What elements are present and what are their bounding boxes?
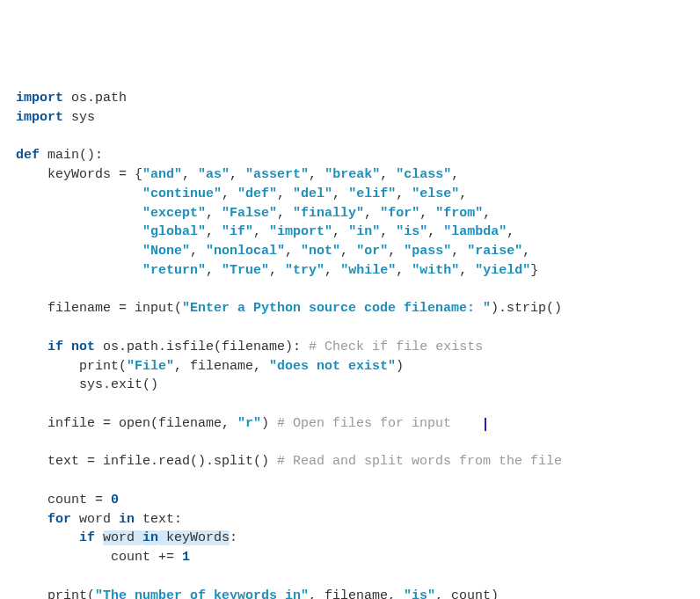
code-token: "lambda" [443,224,507,239]
code-token: "import" [269,224,332,239]
code-token: 0 [111,493,119,508]
code-token: not [71,340,95,354]
code-token: 1 [182,550,190,565]
code-token: # Check if file exists [309,340,483,354]
code-token: in [119,512,135,527]
code-token: "if" [222,224,253,239]
code-token: "does not exist" [269,359,396,374]
code-token: "continue" [142,186,222,201]
code-token: # Read and split words from the file [277,454,562,469]
code-token: "return" [142,263,206,278]
code-token: "nonlocal" [206,244,285,259]
code-token: "break" [324,167,380,182]
code-token: "elif" [348,186,396,201]
code-token: "finally" [293,206,364,221]
code-token: if [79,530,95,545]
code-token: "yield" [475,263,530,278]
code-token: def [16,148,40,163]
code-token: "True" [222,263,269,278]
code-token: for [47,512,71,527]
code-token: "or" [356,244,388,259]
code-token: "False" [222,206,277,221]
code-token: "except" [142,206,206,221]
code-token: "for" [380,206,419,221]
code-block: import os.path import sys def main(): ke… [16,89,684,599]
code-token: "is" [404,588,435,600]
code-token: "else" [412,186,459,201]
code-token: "raise" [467,244,522,259]
code-token: # Open files for input [277,416,451,431]
code-token: "del" [293,186,332,201]
code-token: "try" [285,263,324,278]
code-token: import [16,91,63,106]
code-token: "is" [396,224,427,239]
code-token: "class" [396,167,451,182]
code-token: in [142,530,158,545]
code-token: word [103,530,142,545]
code-token: "pass" [404,244,451,259]
code-token: "from" [435,206,483,221]
code-token: "assert" [245,167,309,182]
code-token: "while" [340,263,396,278]
code-token: "File" [127,359,174,374]
code-token: keyWords [158,530,230,545]
code-token: "with" [412,263,459,278]
code-token: "not" [301,244,340,259]
code-token: "in" [348,224,380,239]
code-token: "as" [198,167,230,182]
code-token: "None" [142,244,190,259]
code-token: "def" [237,186,277,201]
code-token: "The number of keywords in" [95,588,309,600]
code-token: "global" [142,224,206,239]
text-cursor [485,418,487,431]
code-token: "and" [142,167,182,182]
code-token: "Enter a Python source code filename: " [182,301,491,316]
code-token: "r" [237,416,261,431]
code-token: if [47,340,63,354]
code-token: import [16,110,63,125]
